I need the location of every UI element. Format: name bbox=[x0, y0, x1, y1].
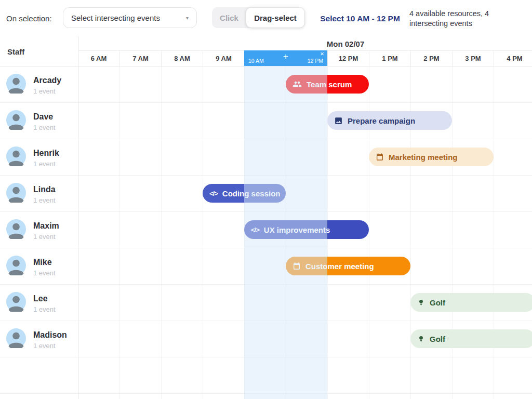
event-title: Golf bbox=[430, 298, 445, 307]
staff-name: Henrik bbox=[33, 149, 59, 158]
golf-icon bbox=[417, 335, 425, 343]
event-pill[interactable]: Prepare campaign bbox=[327, 111, 452, 130]
grid-row-line bbox=[0, 248, 532, 248]
selection-mode-dropdown[interactable]: Select intersecting events ▾ bbox=[63, 7, 197, 28]
grid-row-line bbox=[0, 321, 532, 321]
grid-row-line bbox=[0, 284, 532, 285]
event-pill[interactable]: Customer meeting bbox=[286, 257, 410, 275]
grid-column-line bbox=[203, 66, 203, 399]
time-header-divider bbox=[0, 66, 532, 66]
chevron-down-icon: ▾ bbox=[186, 15, 189, 21]
staff-event-count: 1 event bbox=[33, 233, 56, 241]
staff-event-count: 1 event bbox=[33, 269, 56, 277]
select-range-button[interactable]: Select 10 AM - 12 PM bbox=[318, 14, 402, 23]
staff-row: Mike1 event bbox=[0, 248, 78, 284]
staff-event-count: 1 event bbox=[33, 87, 56, 95]
staff-row: Lee1 event bbox=[0, 284, 78, 321]
time-slot-8-am[interactable]: 8 AM bbox=[161, 50, 203, 66]
staff-event-count: 1 event bbox=[33, 305, 56, 313]
avatar bbox=[6, 110, 26, 130]
staff-name: Linda bbox=[33, 185, 56, 194]
select-mode-toggle: Click Drag-select bbox=[212, 7, 305, 28]
grid-column-line bbox=[452, 66, 453, 399]
staff-event-count: 1 event bbox=[33, 342, 56, 350]
grid-column-line bbox=[161, 66, 162, 399]
staff-name: Maxim bbox=[33, 221, 59, 231]
grid-row-line bbox=[0, 211, 532, 212]
staff-name: Mike bbox=[33, 258, 52, 267]
golf-icon bbox=[417, 299, 425, 307]
avatar bbox=[6, 74, 26, 94]
event-title: UX improvements bbox=[264, 225, 330, 234]
staff-name: Lee bbox=[33, 294, 48, 303]
selection-mode-value: Select intersecting events bbox=[71, 14, 160, 22]
time-slot-1-pm[interactable]: 1 PM bbox=[369, 50, 410, 66]
image-icon bbox=[334, 116, 343, 125]
people-icon bbox=[292, 79, 302, 89]
event-title: Marketing meeting bbox=[389, 153, 458, 162]
staff-event-count: 1 event bbox=[33, 160, 56, 168]
event-title: Coding session bbox=[222, 189, 281, 198]
time-slot-2-pm[interactable]: 2 PM bbox=[410, 50, 452, 66]
staff-row: Maxim1 event bbox=[0, 211, 78, 248]
avatar bbox=[6, 219, 26, 239]
scheduler-page: On selection: Select intersecting events… bbox=[0, 0, 532, 399]
staff-row: Madison1 event bbox=[0, 321, 78, 357]
code-icon: </> bbox=[209, 190, 218, 197]
avatar bbox=[6, 256, 26, 275]
staff-row: Dave1 event bbox=[0, 102, 78, 139]
calendar-icon bbox=[292, 262, 301, 270]
selected-range-header[interactable]: 10 AM + ✕ 12 PM bbox=[244, 50, 327, 66]
staff-row: Arcady1 event bbox=[0, 66, 78, 102]
on-selection-label: On selection: bbox=[6, 14, 52, 23]
event-title: Golf bbox=[430, 335, 445, 343]
event-pill[interactable]: Team scrum bbox=[286, 75, 369, 94]
staff-row: Linda1 event bbox=[0, 175, 78, 211]
calendar-icon bbox=[376, 153, 384, 161]
time-slot-3-pm[interactable]: 3 PM bbox=[452, 50, 494, 66]
grid-column-line bbox=[119, 66, 120, 399]
code-icon: </> bbox=[251, 226, 259, 234]
staff-name: Dave bbox=[33, 112, 53, 122]
avatar bbox=[6, 147, 26, 166]
staff-event-count: 1 event bbox=[33, 124, 56, 131]
time-slot-9-am[interactable]: 9 AM bbox=[203, 50, 244, 66]
grid-row-line bbox=[0, 102, 532, 103]
staff-event-count: 1 event bbox=[33, 196, 56, 204]
time-slot-6-am[interactable]: 6 AM bbox=[78, 50, 119, 66]
grid-row-line bbox=[0, 139, 532, 139]
staff-column-divider bbox=[78, 36, 78, 399]
close-icon[interactable]: ✕ bbox=[320, 51, 324, 57]
event-title: Team scrum bbox=[307, 80, 352, 89]
avatar bbox=[6, 328, 26, 348]
toggle-option-drag-select[interactable]: Drag-select bbox=[246, 8, 304, 28]
time-slot-12-pm[interactable]: 12 PM bbox=[327, 50, 369, 66]
staff-row: Henrik1 event bbox=[0, 139, 78, 175]
event-pill[interactable]: Golf bbox=[410, 329, 532, 348]
avatar bbox=[6, 183, 26, 203]
staff-name: Madison bbox=[33, 330, 67, 340]
event-title: Prepare campaign bbox=[348, 116, 415, 125]
grid-column-line bbox=[494, 66, 494, 399]
toggle-option-click[interactable]: Click bbox=[212, 14, 246, 22]
event-pill[interactable]: Marketing meeting bbox=[369, 148, 494, 166]
staff-column-header: Staff bbox=[7, 47, 24, 56]
time-slot-7-am[interactable]: 7 AM bbox=[119, 50, 161, 66]
event-pill[interactable]: </>UX improvements bbox=[244, 220, 369, 239]
grid-row-line bbox=[0, 357, 532, 357]
grid-row-line bbox=[0, 175, 532, 176]
event-pill[interactable]: Golf bbox=[410, 293, 532, 312]
selection-summary: 4 available resources, 4 intersecting ev… bbox=[409, 9, 526, 29]
time-slot-4-pm[interactable]: 4 PM bbox=[494, 50, 532, 66]
avatar bbox=[6, 292, 26, 312]
selection-end-label: 12 PM bbox=[308, 58, 323, 64]
event-pill[interactable]: </>Coding session bbox=[203, 184, 286, 203]
staff-name: Arcady bbox=[33, 76, 61, 85]
grid-row-line bbox=[0, 393, 532, 394]
date-header: Mon 02/07 bbox=[78, 37, 532, 50]
event-title: Customer meeting bbox=[305, 262, 374, 271]
